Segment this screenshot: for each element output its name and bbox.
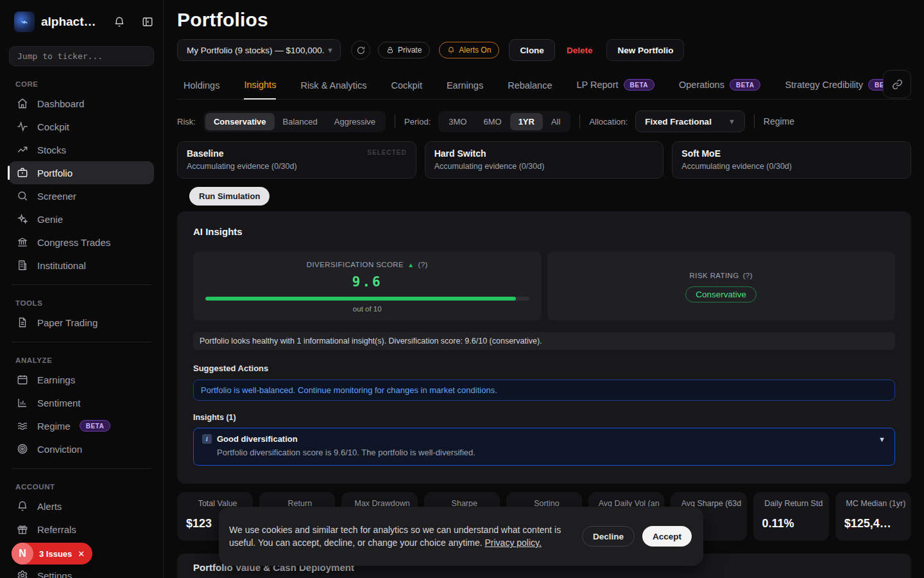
tab-operations[interactable]: OperationsBETA <box>679 79 760 99</box>
selected-badge: SELECTED <box>367 149 406 156</box>
search-icon <box>17 190 28 202</box>
sidebar-item-conviction[interactable]: Conviction <box>9 437 154 460</box>
tab-insights[interactable]: Insights <box>244 80 276 100</box>
tab-holdings[interactable]: Holdings <box>184 80 219 99</box>
issues-badge[interactable]: N 3 Issues ✕ <box>12 543 92 565</box>
sidebar-item-label: Portfolio <box>37 168 73 179</box>
sidebar-item-cockpit[interactable]: Cockpit <box>9 115 154 138</box>
help-icon[interactable]: (?) <box>743 272 753 279</box>
period-option-3mo[interactable]: 3MO <box>440 113 475 130</box>
brand-logo[interactable] <box>14 12 35 32</box>
sidebar-item-earnings[interactable]: Earnings <box>9 368 154 391</box>
notifications-bell-icon[interactable] <box>113 15 126 28</box>
portfolio-select[interactable]: My Portfolio (9 stocks) — $100,000.0 ▼ <box>177 39 341 61</box>
insight-title: Good diversification <box>217 434 298 444</box>
collapse-sidebar-icon[interactable] <box>141 15 154 28</box>
main-content: Portfolios My Portfolio (9 stocks) — $10… <box>164 0 924 578</box>
period-option-1yr[interactable]: 1YR <box>510 113 543 130</box>
private-badge[interactable]: Private <box>378 42 430 58</box>
tab-risk-analytics[interactable]: Risk & Analytics <box>300 80 366 99</box>
insight-item[interactable]: i Good diversification Portfolio diversi… <box>193 428 895 466</box>
close-icon[interactable]: ✕ <box>78 549 85 559</box>
risk-option-conservative[interactable]: Conservative <box>205 113 275 130</box>
sidebar-item-label: Alerts <box>37 501 62 512</box>
sidebar-item-settings[interactable]: Settings <box>9 564 154 578</box>
ticker-search-input[interactable] <box>17 51 146 61</box>
issues-count: 3 Issues <box>39 549 72 559</box>
cookie-banner: We use cookies and similar tech for anal… <box>219 507 703 566</box>
sidebar-item-dashboard[interactable]: Dashboard <box>9 92 154 115</box>
sidebar-item-genie[interactable]: Genie <box>9 207 154 231</box>
clone-button[interactable]: Clone <box>509 39 555 61</box>
tab-lp-report[interactable]: LP ReportBETA <box>576 79 654 99</box>
sidebar-item-paper-trading[interactable]: Paper Trading <box>9 311 154 334</box>
tab-strategy-credibility[interactable]: Strategy CredibilityBETA <box>785 79 899 99</box>
sidebar-item-sentiment[interactable]: Sentiment <box>9 391 154 414</box>
sparkles-icon <box>17 213 28 225</box>
sidebar-item-stocks[interactable]: Stocks <box>9 138 154 161</box>
insight-description: Portfolio diversification score is 9.6/1… <box>217 448 886 457</box>
portfolio-tabs: Holdings Insights Risk & Analytics Cockp… <box>177 74 911 100</box>
sidebar-item-regime[interactable]: Regime BETA <box>9 414 154 437</box>
refresh-button[interactable] <box>351 40 370 60</box>
risk-option-aggressive[interactable]: Aggressive <box>326 113 384 130</box>
accept-button[interactable]: Accept <box>642 526 692 547</box>
sidebar-item-portfolio[interactable]: Portfolio <box>9 161 154 184</box>
strategy-name: Hard Switch <box>434 148 654 159</box>
strategy-card-hard-switch[interactable]: Hard Switch Accumulating evidence (0/30d… <box>425 141 664 179</box>
tab-earnings[interactable]: Earnings <box>447 80 483 99</box>
sidebar-header: alphact… <box>9 10 154 33</box>
sidebar-item-alerts[interactable]: Alerts <box>9 495 154 518</box>
ticker-search[interactable] <box>9 46 154 66</box>
sidebar-item-referrals[interactable]: Referrals <box>9 518 154 541</box>
calendar-icon <box>17 374 28 385</box>
page-title: Portfolios <box>177 9 911 31</box>
suggested-actions-title: Suggested Actions <box>193 363 895 373</box>
sidebar-item-congress-trades[interactable]: Congress Trades <box>9 231 154 254</box>
period-option-all[interactable]: All <box>543 113 569 130</box>
sidebar-item-screener[interactable]: Screener <box>9 184 154 207</box>
risk-option-balanced[interactable]: Balanced <box>275 113 326 130</box>
chevron-down-icon: ▼ <box>327 46 334 54</box>
chevron-down-icon: ▼ <box>728 118 735 125</box>
decline-button[interactable]: Decline <box>582 526 635 547</box>
privacy-policy-link[interactable]: Privacy policy. <box>484 538 541 548</box>
divider <box>754 114 755 128</box>
strategy-card-soft-moe[interactable]: Soft MoE Accumulating evidence (0/30d) <box>672 141 911 179</box>
chevron-down-icon[interactable]: ▼ <box>878 435 886 443</box>
sidebar: alphact… CORE Dashboard Cockpit Stocks P… <box>0 0 164 578</box>
alerts-on-badge[interactable]: Alerts On <box>439 42 499 58</box>
period-filter-label: Period: <box>404 117 431 127</box>
portfolio-select-value: My Portfolio (9 stocks) — $100,000.0 <box>187 46 324 55</box>
trend-up-icon: ▲ <box>407 261 414 268</box>
tab-cockpit[interactable]: Cockpit <box>391 80 422 99</box>
sidebar-item-institutional[interactable]: Institutional <box>9 254 154 277</box>
period-option-6mo[interactable]: 6MO <box>475 113 509 130</box>
diversification-score-label: DIVERSIFICATION SCORE <box>307 261 404 268</box>
section-label-account: ACCOUNT <box>15 483 154 491</box>
tab-rebalance[interactable]: Rebalance <box>508 80 552 99</box>
stat-mc-median: MC Median (1yr) $125,4… <box>835 492 911 541</box>
new-portfolio-button[interactable]: New Portfolio <box>606 39 684 61</box>
section-label-tools: TOOLS <box>15 299 154 307</box>
sidebar-item-label: Cockpit <box>37 121 69 132</box>
insights-list-title: Insights (1) <box>193 413 895 422</box>
private-label: Private <box>398 46 422 55</box>
strategy-card-baseline[interactable]: Baseline Accumulating evidence (0/30d) S… <box>177 141 416 179</box>
waves-icon <box>17 420 28 432</box>
share-link-button[interactable] <box>883 70 911 98</box>
home-icon <box>17 98 28 109</box>
run-simulation-button[interactable]: Run Simulation <box>189 187 270 206</box>
ai-insights-panel: AI Insights DIVERSIFICATION SCORE ▲ (?) … <box>177 211 911 484</box>
sidebar-item-label: Congress Trades <box>37 237 110 248</box>
portfolio-controls: My Portfolio (9 stocks) — $100,000.0 ▼ P… <box>177 39 911 61</box>
delete-button[interactable]: Delete <box>558 39 602 61</box>
strategy-status: Accumulating evidence (0/30d) <box>434 162 654 171</box>
filter-bar: Risk: Conservative Balanced Aggressive P… <box>177 110 911 132</box>
help-icon[interactable]: (?) <box>418 261 427 268</box>
ai-insights-title: AI Insights <box>193 226 895 237</box>
sidebar-item-label: Conviction <box>37 444 82 455</box>
allocation-select[interactable]: Fixed Fractional ▼ <box>635 110 744 132</box>
section-label-analyze: ANALYZE <box>15 356 154 364</box>
risk-rating-value: Conservative <box>685 286 757 302</box>
